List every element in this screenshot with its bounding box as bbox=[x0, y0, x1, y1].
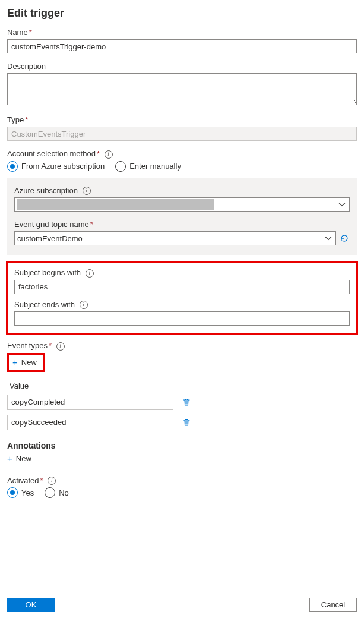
plus-icon: + bbox=[7, 454, 12, 463]
plus-icon: + bbox=[12, 358, 18, 367]
description-textarea[interactable] bbox=[7, 73, 357, 105]
event-grid-topic-label: Event grid topic name* bbox=[14, 220, 350, 229]
new-annotation-button[interactable]: + New bbox=[7, 453, 31, 464]
new-annotation-label: New bbox=[16, 454, 31, 463]
table-row bbox=[7, 395, 185, 410]
highlighted-subject-section: Subject begins with i Subject ends with … bbox=[6, 261, 358, 335]
azure-subscription-label: Azure subscription i bbox=[14, 186, 350, 196]
azure-subscription-dropdown[interactable] bbox=[14, 197, 350, 212]
info-icon[interactable]: i bbox=[48, 477, 56, 485]
table-row bbox=[7, 415, 185, 430]
event-types-label: Event types* i bbox=[7, 341, 357, 351]
cancel-button[interactable]: Cancel bbox=[309, 598, 357, 612]
event-grid-topic-dropdown[interactable]: customEventDemo bbox=[14, 231, 336, 245]
radio-activated-yes[interactable]: Yes bbox=[7, 487, 34, 498]
event-type-input[interactable] bbox=[7, 395, 173, 410]
refresh-icon[interactable] bbox=[340, 233, 350, 244]
chevron-down-icon bbox=[338, 201, 346, 208]
ok-button[interactable]: OK bbox=[7, 598, 55, 612]
type-input bbox=[7, 127, 357, 141]
radio-enter-manually-label: Enter manually bbox=[129, 162, 181, 171]
event-type-input[interactable] bbox=[7, 415, 173, 430]
radio-no-label: No bbox=[59, 488, 69, 497]
subject-begins-input[interactable] bbox=[14, 280, 350, 294]
subject-ends-input[interactable] bbox=[14, 311, 350, 326]
account-selection-label: Account selection method* i bbox=[7, 149, 357, 159]
activated-label: Activated* i bbox=[7, 476, 357, 485]
info-icon[interactable]: i bbox=[83, 187, 91, 195]
redacted-value bbox=[17, 199, 214, 210]
radio-enter-manually[interactable]: Enter manually bbox=[115, 161, 181, 172]
type-label: Type* bbox=[7, 115, 357, 124]
new-event-type-button[interactable]: + New bbox=[10, 356, 42, 369]
panel-title: Edit trigger bbox=[7, 7, 357, 20]
highlighted-new-event-type: + New bbox=[7, 353, 45, 372]
radio-yes-label: Yes bbox=[21, 488, 34, 497]
event-grid-topic-value: customEventDemo bbox=[17, 234, 83, 243]
event-types-value-header: Value bbox=[7, 378, 185, 395]
radio-from-subscription[interactable]: From Azure subscription bbox=[7, 161, 105, 172]
info-icon[interactable]: i bbox=[86, 269, 94, 278]
name-input[interactable] bbox=[7, 39, 357, 53]
info-icon[interactable]: i bbox=[105, 150, 113, 159]
delete-icon[interactable] bbox=[182, 396, 191, 408]
radio-from-subscription-label: From Azure subscription bbox=[21, 162, 105, 171]
description-label: Description bbox=[7, 62, 357, 71]
annotations-heading: Annotations bbox=[7, 441, 357, 450]
footer: OK Cancel bbox=[0, 591, 364, 618]
radio-activated-no[interactable]: No bbox=[45, 487, 69, 498]
new-event-type-label: New bbox=[21, 358, 37, 367]
subject-ends-label: Subject ends with i bbox=[14, 300, 350, 310]
info-icon[interactable]: i bbox=[56, 342, 65, 351]
info-icon[interactable]: i bbox=[80, 301, 88, 309]
name-label: Name* bbox=[7, 28, 357, 37]
delete-icon[interactable] bbox=[182, 417, 191, 428]
chevron-down-icon bbox=[325, 235, 332, 242]
subject-begins-label: Subject begins with i bbox=[14, 268, 350, 278]
